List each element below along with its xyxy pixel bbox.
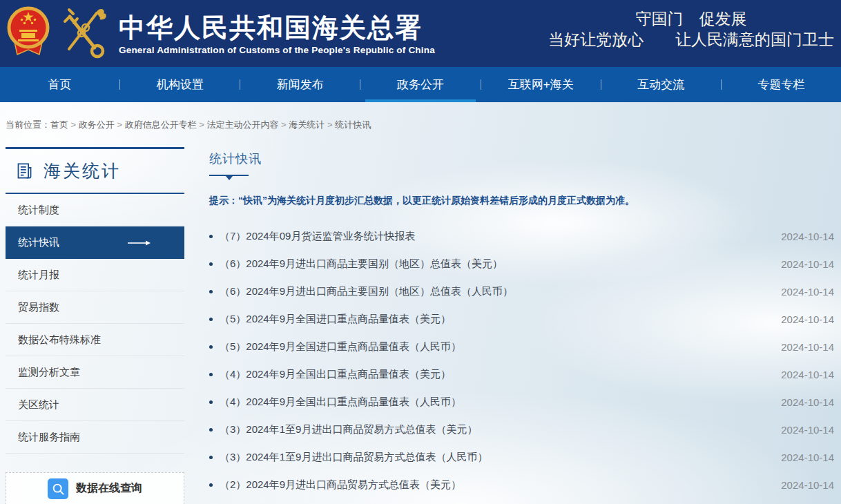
sidebar-menu: 统计制度 统计快讯 统计月报 贸易指数 数据公布特殊标准 监测分析文章 关区统计…	[6, 194, 184, 454]
nav-item-gov-affairs[interactable]: 政务公开	[360, 67, 480, 102]
breadcrumb-info-disclosure[interactable]: 政府信息公开专栏	[115, 119, 197, 130]
tip-text: 提示：“快讯”为海关统计月度初步汇总数据，以更正统计原始资料差错后形成的月度正式…	[209, 195, 834, 207]
article-list: （7）2024年09月货运监管业务统计快报表 2024-10-14 （6）202…	[209, 222, 834, 498]
title-underline	[209, 175, 249, 176]
nav-item-internet-customs[interactable]: 互联网+海关	[481, 67, 601, 102]
main-panel: 统计快讯 提示：“快讯”为海关统计月度初步汇总数据，以更正统计原始资料差错后形成…	[200, 142, 834, 504]
list-item: （5）2024年9月全国进口重点商品量值表（人民币） 2024-10-14	[209, 333, 834, 360]
list-item: （7）2024年09月货运监管业务统计快报表 2024-10-14	[209, 222, 834, 250]
article-link[interactable]: （4）2024年9月全国出口重点商品量值表（人民币）	[220, 396, 461, 409]
breadcrumb-label: 当前位置：	[6, 119, 50, 130]
bullet-icon	[209, 428, 213, 432]
breadcrumb-gov-affairs[interactable]: 政务公开	[68, 119, 115, 130]
article-link[interactable]: （5）2024年9月全国进口重点商品量值表（人民币）	[220, 340, 461, 353]
nav-item-special-topics[interactable]: 专题专栏	[722, 67, 841, 102]
nav-item-interaction[interactable]: 互动交流	[601, 67, 721, 102]
breadcrumb: 当前位置：首页政务公开政府信息公开专栏法定主动公开内容海关统计统计快讯	[0, 102, 841, 142]
breadcrumb-home[interactable]: 首页	[50, 119, 68, 130]
bullet-icon	[209, 483, 213, 487]
bullet-icon	[209, 373, 213, 376]
sidebar-item-label: 统计快讯	[18, 236, 59, 249]
list-item: （4）2024年9月全国出口重点商品量值表（人民币） 2024-10-14	[209, 388, 834, 416]
sidebar-item-monitoring-analysis[interactable]: 监测分析文章	[6, 356, 184, 389]
sidebar-section-title: 海关统计	[44, 159, 121, 182]
arrow-right-icon	[128, 240, 151, 246]
article-link[interactable]: （6）2024年9月进出口商品主要国别（地区）总值表（人民币）	[220, 285, 513, 298]
sidebar-item-trade-index[interactable]: 贸易指数	[6, 291, 184, 324]
article-date: 2024-10-14	[781, 341, 834, 353]
nav-item-news[interactable]: 新闻发布	[240, 67, 360, 102]
bullet-icon	[209, 345, 213, 349]
site-title-block: 中华人民共和国海关总署 General Administration of Cu…	[119, 12, 435, 55]
content: 海关统计 统计制度 统计快讯 统计月报 贸易指数 数据公布特殊标准 监测分析文章	[0, 142, 841, 504]
page: 中华人民共和国海关总署 General Administration of Cu…	[0, 0, 841, 504]
list-item: （6）2024年9月进出口商品主要国别（地区）总值表（人民币） 2024-10-…	[209, 278, 834, 305]
bullet-icon	[209, 456, 213, 459]
bullet-icon	[209, 400, 213, 404]
list-item: （3）2024年1至9月进出口商品贸易方式总值表（人民币） 2024-10-14	[209, 443, 834, 471]
article-date: 2024-10-14	[781, 479, 834, 491]
sidebar-section-header: 海关统计	[6, 147, 184, 194]
sidebar-item-data-release-standards[interactable]: 数据公布特殊标准	[6, 324, 184, 356]
article-link[interactable]: （4）2024年9月全国出口重点商品量值表（美元）	[220, 368, 451, 381]
breadcrumb-customs-statistics[interactable]: 海关统计	[278, 119, 325, 130]
article-date: 2024-10-14	[781, 258, 834, 270]
article-date: 2024-10-14	[781, 231, 834, 242]
banner-slogans: 守国门 促发展当好让党放心 让人民满意的国门卫士	[548, 8, 834, 50]
article-date: 2024-10-14	[781, 313, 834, 325]
list-item: （5）2024年9月全国进口重点商品量值表（美元） 2024-10-14	[209, 305, 834, 333]
site-subtitle: General Administration of Customs of the…	[119, 45, 435, 55]
main-nav: 首页 机构设置 新闻发布 政务公开 互联网+海关 互动交流 专题专栏	[0, 67, 841, 102]
article-date: 2024-10-14	[781, 286, 834, 298]
article-date: 2024-10-14	[781, 396, 834, 408]
list-item: （6）2024年9月进出口商品主要国别（地区）总值表（美元） 2024-10-1…	[209, 250, 834, 278]
article-link[interactable]: （3）2024年1至9月进出口商品贸易方式总值表（美元）	[220, 423, 477, 436]
bullet-icon	[209, 262, 213, 266]
bullet-icon	[209, 290, 213, 293]
article-link[interactable]: （5）2024年9月全国进口重点商品量值表（美元）	[220, 313, 451, 326]
site-title: 中华人民共和国海关总署	[119, 12, 435, 43]
customs-emblem-icon	[61, 5, 106, 63]
online-data-query-button[interactable]: 数据在线查询	[6, 472, 184, 504]
bullet-icon	[209, 235, 213, 238]
nav-item-organization[interactable]: 机构设置	[120, 67, 240, 102]
bullet-icon	[209, 318, 213, 321]
article-link[interactable]: （6）2024年9月进出口商品主要国别（地区）总值表（美元）	[220, 258, 503, 271]
sidebar-item-monthly-report[interactable]: 统计月报	[6, 259, 184, 291]
sidebar-item-statistical-system[interactable]: 统计制度	[6, 194, 184, 226]
nav-item-home[interactable]: 首页	[0, 67, 119, 102]
online-data-query-label: 数据在线查询	[76, 481, 142, 496]
article-date: 2024-10-14	[781, 424, 834, 436]
page-title: 统计快讯	[209, 150, 834, 168]
search-icon	[48, 478, 68, 499]
top-banner: 中华人民共和国海关总署 General Administration of Cu…	[0, 0, 841, 67]
sidebar: 海关统计 统计制度 统计快讯 统计月报 贸易指数 数据公布特殊标准 监测分析文章	[6, 147, 184, 504]
article-date: 2024-10-14	[781, 452, 834, 463]
list-item: （4）2024年9月全国出口重点商品量值表（美元） 2024-10-14	[209, 360, 834, 388]
article-link[interactable]: （7）2024年09月货运监管业务统计快报表	[220, 230, 415, 243]
sidebar-item-district-statistics[interactable]: 关区统计	[6, 389, 184, 421]
slogan-line1: 守国门 促发展	[636, 10, 747, 28]
list-item: （2）2024年9月进出口商品贸易方式总值表（美元） 2024-10-14	[209, 471, 834, 498]
breadcrumb-statistical-express[interactable]: 统计快讯	[325, 119, 371, 130]
document-icon	[15, 162, 34, 180]
slogan-line2: 当好让党放心 让人民满意的国门卫士	[548, 30, 834, 48]
list-item: （3）2024年1至9月进出口商品贸易方式总值表（美元） 2024-10-14	[209, 416, 834, 443]
sidebar-item-statistical-express[interactable]: 统计快讯	[6, 226, 184, 259]
national-emblem-icon	[7, 5, 50, 63]
breadcrumb-statutory-content[interactable]: 法定主动公开内容	[197, 119, 279, 130]
page-body: 当前位置：首页政务公开政府信息公开专栏法定主动公开内容海关统计统计快讯	[0, 102, 841, 504]
sidebar-item-service-guide[interactable]: 统计服务指南	[6, 421, 184, 454]
article-link[interactable]: （3）2024年1至9月进出口商品贸易方式总值表（人民币）	[220, 451, 487, 464]
article-link[interactable]: （2）2024年9月进出口商品贸易方式总值表（美元）	[220, 478, 461, 492]
article-date: 2024-10-14	[781, 369, 834, 380]
